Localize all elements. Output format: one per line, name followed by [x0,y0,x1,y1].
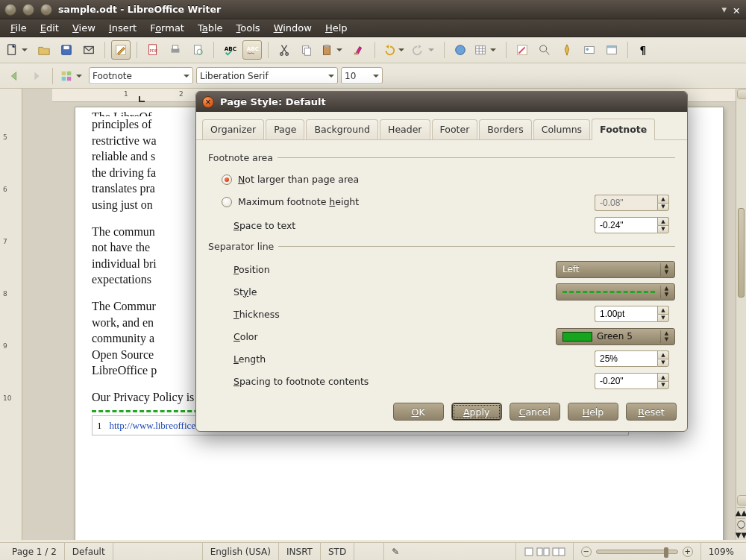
insert-table-button[interactable] [473,40,500,60]
color-dropdown[interactable]: Green 5 ▲▼ [556,328,675,345]
copy-button[interactable] [297,40,316,60]
navigator-button[interactable] [557,40,577,60]
cancel-button[interactable]: Cancel [510,403,560,421]
window-menu-chevron-icon[interactable]: ▾ [721,4,727,15]
view-book-icon[interactable] [552,547,565,557]
dialog-titlebar[interactable]: × Page Style: Default [196,92,687,112]
menu-view[interactable]: View [66,20,101,36]
status-sig-icon[interactable]: ✎ [383,543,399,560]
tab-footer[interactable]: Footer [432,119,478,139]
reset-button[interactable]: Reset [626,403,677,421]
status-std[interactable]: STD [320,543,354,560]
email-button[interactable] [79,40,98,60]
undo-button[interactable] [381,40,408,60]
print-button[interactable] [166,40,185,60]
zoom-in-button[interactable]: + [683,547,693,557]
spacing-input[interactable] [595,373,657,389]
tab-organizer[interactable]: Organizer [202,119,264,139]
window-max-icon[interactable] [40,4,52,16]
prev-page-icon[interactable]: ▲▲ [737,507,745,518]
spin-down-icon[interactable]: ▼ [657,359,669,368]
status-style[interactable]: Default [64,543,113,560]
font-size-combo[interactable]: 10 [341,67,383,84]
redo-button[interactable] [411,40,438,60]
max-height-spin[interactable]: ▲▼ [595,195,675,211]
status-insrt[interactable]: INSRT [278,543,320,560]
status-zoom[interactable]: 109% [700,543,742,560]
tab-borders[interactable]: Borders [479,119,531,139]
window-close-icon[interactable] [4,4,16,16]
menu-format[interactable]: Format [144,20,190,36]
tab-columns[interactable]: Columns [533,119,590,139]
tab-page[interactable]: Page [266,119,304,139]
datasources-button[interactable] [602,40,621,60]
thickness-input[interactable] [595,306,657,322]
spin-down-icon[interactable]: ▼ [657,314,669,323]
spin-up-icon[interactable]: ▲ [657,195,669,203]
zoom-out-button[interactable]: − [581,547,592,557]
new-doc-button[interactable] [4,40,31,60]
scroll-up-icon[interactable]: ▲ [737,89,746,99]
status-page[interactable]: Page 1 / 2 [4,543,64,560]
next-page-icon[interactable]: ▼▼ [737,529,745,540]
tab-header[interactable]: Header [380,119,430,139]
menu-tools[interactable]: Tools [231,20,266,36]
nav-target-icon[interactable]: ◯ [737,518,745,529]
window-min-icon[interactable] [22,4,34,16]
font-name-combo[interactable]: Liberation Serif [196,67,338,84]
scroll-thumb[interactable] [738,208,745,298]
thickness-spin[interactable]: ▲▼ [595,306,675,322]
dialog-close-icon[interactable]: × [202,96,214,108]
tab-background[interactable]: Background [306,119,378,139]
scroll-down-icon[interactable]: ▼ [737,495,746,506]
format-paintbrush-button[interactable] [349,40,369,60]
print-preview-button[interactable] [188,40,207,60]
tabstop-icon[interactable] [139,96,145,102]
apply-button[interactable]: Apply [451,403,502,421]
space-to-text-input[interactable] [595,217,657,233]
window-x-icon[interactable]: ✕ [733,5,742,14]
status-viewmode[interactable] [515,543,573,560]
spin-down-icon[interactable]: ▼ [657,381,669,390]
position-dropdown[interactable]: Left ▲▼ [556,261,675,278]
status-sel[interactable] [354,543,383,560]
spin-up-icon[interactable]: ▲ [657,373,669,381]
menu-window[interactable]: Window [268,20,318,36]
space-to-text-spin[interactable]: ▲▼ [595,217,675,233]
length-input[interactable] [595,350,657,367]
nav-forward-button[interactable] [27,68,46,84]
radio-not-larger[interactable]: Not larger than page area [222,174,359,185]
menu-insert[interactable]: Insert [103,20,142,36]
nav-back-button[interactable] [4,68,24,84]
show-draw-button[interactable] [513,40,532,60]
spin-down-icon[interactable]: ▼ [657,203,669,212]
nonprinting-chars-button[interactable]: ¶ [634,40,653,60]
find-replace-button[interactable] [535,40,554,60]
view-single-icon[interactable] [524,547,534,557]
tab-footnote[interactable]: Footnote [592,119,655,140]
spin-up-icon[interactable]: ▲ [657,217,669,225]
cut-button[interactable] [275,40,294,60]
autospell-button[interactable]: ABC [242,40,262,60]
style-dropdown[interactable]: ▲▼ [556,283,675,301]
zoom-slider[interactable] [596,550,678,554]
open-button[interactable] [34,40,54,60]
menu-file[interactable]: FFileile [4,20,33,36]
gallery-button[interactable] [580,40,599,60]
edit-mode-button[interactable] [111,40,131,60]
export-pdf-button[interactable]: PDF [143,40,163,60]
spin-up-icon[interactable]: ▲ [657,306,669,314]
spin-down-icon[interactable]: ▼ [657,225,669,234]
spin-up-icon[interactable]: ▲ [657,350,669,359]
status-lang[interactable]: English (USA) [202,543,278,560]
hyperlink-button[interactable] [451,40,470,60]
help-button[interactable]: Help [568,403,618,421]
styles-window-button[interactable] [59,66,86,86]
spacing-spin[interactable]: ▲▼ [595,373,675,389]
menu-edit[interactable]: Edit [34,20,65,36]
vertical-scrollbar[interactable]: ▲ ▼ ▲▲ ◯ ▼▼ [736,89,746,540]
ok-button[interactable]: OK [393,403,444,421]
paragraph-style-combo[interactable]: Footnote [89,67,193,84]
menu-table[interactable]: Table [192,20,229,36]
menu-help[interactable]: Help [319,20,354,36]
